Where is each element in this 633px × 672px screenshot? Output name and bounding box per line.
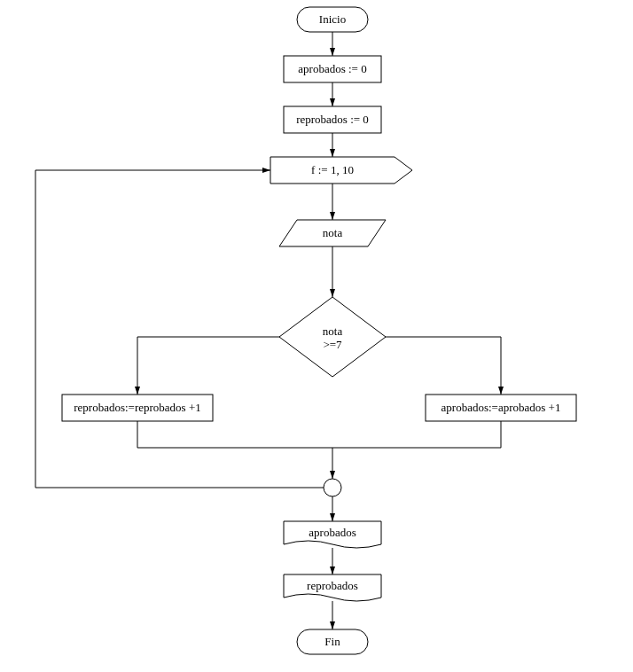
aprobados-inc-label: aprobados:=aprobados +1 xyxy=(442,401,561,414)
connector-node xyxy=(324,479,341,496)
flowchart-diagram: Inicio aprobados := 0 reprobados := 0 f … xyxy=(0,0,633,672)
decision-node: nota >=7 xyxy=(279,297,386,377)
input-node: nota xyxy=(279,220,386,246)
start-node: Inicio xyxy=(297,7,368,32)
reprobados-inc-node: reprobados:=reprobados +1 xyxy=(62,395,213,421)
decision-label-1: nota xyxy=(323,324,343,338)
start-label: Inicio xyxy=(319,12,346,26)
end-label: Fin xyxy=(324,635,340,648)
loop-label: f := 1, 10 xyxy=(311,163,354,176)
init1-label: aprobados := 0 xyxy=(298,62,366,75)
aprobados-inc-node: aprobados:=aprobados +1 xyxy=(426,395,576,421)
loop-node: f := 1, 10 xyxy=(270,157,412,184)
init2-node: reprobados := 0 xyxy=(284,106,381,133)
end-node: Fin xyxy=(297,629,368,654)
init1-node: aprobados := 0 xyxy=(284,56,381,82)
init2-label: reprobados := 0 xyxy=(296,113,369,126)
reprobados-inc-label: reprobados:=reprobados +1 xyxy=(74,401,201,414)
svg-point-10 xyxy=(324,479,341,496)
out2-node: reprobados xyxy=(284,574,381,601)
input-label: nota xyxy=(323,226,343,239)
out1-node: aprobados xyxy=(284,521,381,548)
decision-label-2: >=7 xyxy=(323,338,342,351)
out1-label: aprobados xyxy=(309,526,356,539)
out2-label: reprobados xyxy=(307,579,358,592)
